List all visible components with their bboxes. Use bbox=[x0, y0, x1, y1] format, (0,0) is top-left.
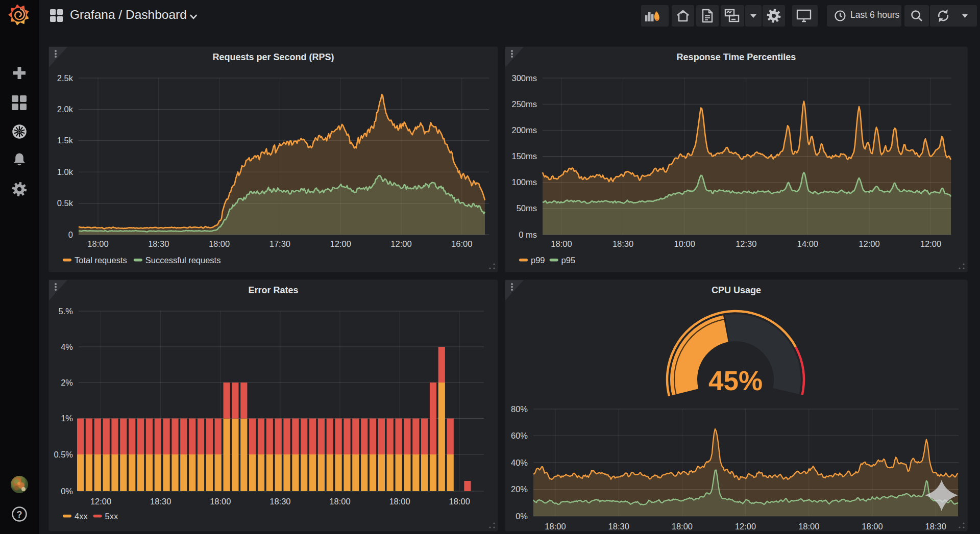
svg-text:17:30: 17:30 bbox=[270, 239, 290, 248]
svg-text:300ms: 300ms bbox=[511, 73, 537, 83]
svg-text:150ms: 150ms bbox=[511, 151, 537, 161]
svg-text:18:00: 18:00 bbox=[449, 497, 470, 506]
svg-text:12:00: 12:00 bbox=[859, 239, 879, 248]
svg-text:10:00: 10:00 bbox=[674, 239, 695, 248]
svg-text:p95: p95 bbox=[561, 256, 576, 265]
svg-text:200ms: 200ms bbox=[511, 125, 537, 135]
svg-text:0 ms: 0 ms bbox=[519, 230, 537, 239]
svg-text:250ms: 250ms bbox=[511, 99, 537, 109]
svg-text:1%: 1% bbox=[61, 414, 73, 423]
svg-text:18:00: 18:00 bbox=[210, 497, 231, 506]
svg-text:0.5k: 0.5k bbox=[57, 198, 74, 208]
svg-text:50ms: 50ms bbox=[517, 204, 537, 213]
svg-text:18:00: 18:00 bbox=[545, 522, 566, 531]
svg-text:12:00: 12:00 bbox=[330, 239, 351, 248]
svg-text:18:30: 18:30 bbox=[270, 497, 290, 506]
svg-text:Error Rates: Error Rates bbox=[248, 285, 298, 295]
svg-text:0%: 0% bbox=[61, 487, 73, 496]
svg-text:Successful requests: Successful requests bbox=[145, 256, 221, 265]
svg-text:0.5%: 0.5% bbox=[54, 450, 73, 459]
svg-text:18:30: 18:30 bbox=[612, 239, 633, 248]
svg-text:2%: 2% bbox=[61, 378, 73, 387]
svg-text:16:00: 16:00 bbox=[451, 239, 472, 248]
svg-text:4%: 4% bbox=[61, 342, 73, 351]
svg-text:40%: 40% bbox=[511, 458, 528, 467]
svg-text:18:00: 18:00 bbox=[329, 497, 350, 506]
svg-text:12:00: 12:00 bbox=[920, 239, 941, 248]
svg-text:18:00: 18:00 bbox=[551, 239, 572, 248]
svg-text:12:30: 12:30 bbox=[736, 239, 756, 248]
svg-text:18:30: 18:30 bbox=[150, 497, 171, 506]
svg-text:45%: 45% bbox=[708, 366, 763, 396]
svg-text:18:00: 18:00 bbox=[389, 497, 410, 506]
svg-text:18:30: 18:30 bbox=[148, 239, 169, 248]
svg-text:80%: 80% bbox=[511, 404, 528, 414]
svg-text:60%: 60% bbox=[511, 431, 528, 440]
svg-text:20%: 20% bbox=[511, 485, 528, 494]
svg-text:18:30: 18:30 bbox=[608, 522, 629, 531]
svg-text:18:00: 18:00 bbox=[798, 522, 819, 531]
svg-text:18:00: 18:00 bbox=[862, 522, 883, 531]
svg-text:?: ? bbox=[17, 510, 22, 520]
svg-text:Response Time Percentiles: Response Time Percentiles bbox=[677, 52, 796, 62]
svg-text:4xx: 4xx bbox=[75, 512, 88, 521]
svg-text:12:00: 12:00 bbox=[390, 239, 411, 248]
svg-text:1.5k: 1.5k bbox=[57, 136, 74, 145]
svg-text:5.%: 5.% bbox=[59, 307, 74, 316]
svg-text:1.0k: 1.0k bbox=[57, 167, 74, 176]
svg-text:p99: p99 bbox=[531, 256, 545, 265]
svg-text:2.0k: 2.0k bbox=[57, 105, 74, 114]
svg-text:Requests per Second (RPS): Requests per Second (RPS) bbox=[212, 52, 334, 62]
svg-text:2.5k: 2.5k bbox=[57, 73, 74, 83]
svg-text:0%: 0% bbox=[516, 512, 528, 521]
svg-text:12:00: 12:00 bbox=[735, 522, 756, 531]
svg-text:CPU Usage: CPU Usage bbox=[712, 285, 761, 295]
svg-text:18:00: 18:00 bbox=[87, 239, 108, 248]
svg-text:14:00: 14:00 bbox=[797, 239, 818, 248]
svg-text:5xx: 5xx bbox=[105, 512, 118, 521]
svg-text:12:00: 12:00 bbox=[90, 497, 111, 506]
svg-text:0: 0 bbox=[68, 230, 73, 239]
svg-text:18:00: 18:00 bbox=[672, 522, 693, 531]
svg-text:Total requests: Total requests bbox=[75, 256, 127, 265]
svg-text:100ms: 100ms bbox=[511, 177, 537, 187]
svg-text:18:00: 18:00 bbox=[209, 239, 230, 248]
svg-text:18:30: 18:30 bbox=[925, 522, 946, 531]
